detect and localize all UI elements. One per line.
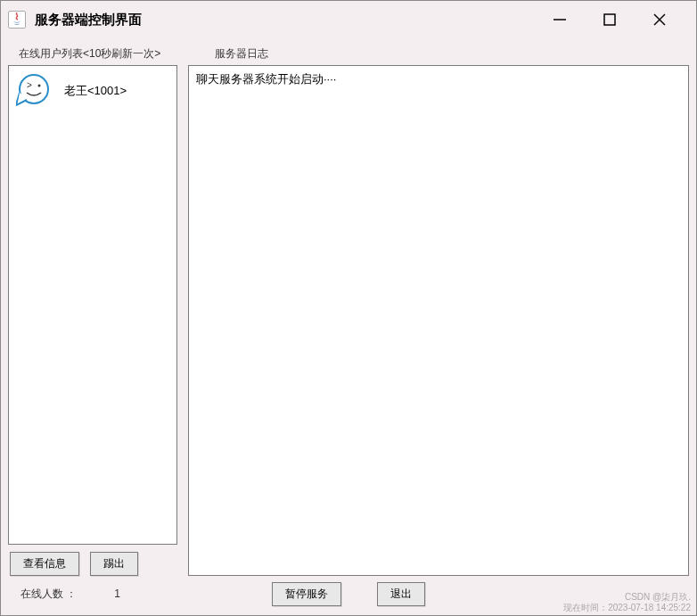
user-name-label: 老王<1001> xyxy=(64,83,127,99)
titlebar: 服务器端控制界面 xyxy=(1,1,696,38)
left-button-row: 查看信息 踢出 xyxy=(8,552,177,576)
kick-button[interactable]: 踢出 xyxy=(90,552,138,576)
section-labels: 在线用户列表<10秒刷新一次> 服务器日志 xyxy=(8,42,689,65)
window-controls xyxy=(548,8,689,31)
svg-rect-1 xyxy=(604,14,615,25)
content-area: 在线用户列表<10秒刷新一次> 服务器日志 > xyxy=(1,38,696,615)
user-list-header: 在线用户列表<10秒刷新一次> xyxy=(8,46,177,62)
left-column: > 老王<1001> 查看信息 踢出 xyxy=(8,65,177,576)
server-log-textarea[interactable]: 聊天服务器系统开始启动···· xyxy=(188,65,689,576)
online-count-value: 1 xyxy=(77,587,120,600)
java-app-icon xyxy=(8,11,26,29)
window-title: 服务器端控制界面 xyxy=(35,12,142,29)
footer-buttons: 暂停服务 退出 xyxy=(272,582,425,606)
main-row: > 老王<1001> 查看信息 踢出 聊天服务器系统开始启动···· xyxy=(8,65,689,576)
online-count-label: 在线人数 ： xyxy=(8,587,77,602)
minimize-button[interactable] xyxy=(548,8,571,31)
log-header: 服务器日志 xyxy=(177,46,268,62)
exit-button[interactable]: 退出 xyxy=(377,582,425,606)
smiley-avatar-icon: > xyxy=(16,73,57,109)
svg-point-6 xyxy=(38,85,41,87)
watermark: CSDN @柒月玖. 现在时间：2023-07-18 14:25:22 xyxy=(563,592,691,613)
app-window: 服务器端控制界面 在线用户列表<10秒刷新一次> 服务器日志 xyxy=(0,0,697,616)
watermark-time: 现在时间：2023-07-18 14:25:22 xyxy=(563,603,691,613)
pause-service-button[interactable]: 暂停服务 xyxy=(272,582,341,606)
view-info-button[interactable]: 查看信息 xyxy=(10,552,79,576)
svg-text:>: > xyxy=(27,80,32,90)
user-list-item[interactable]: > 老王<1001> xyxy=(14,71,171,111)
watermark-author: CSDN @柒月玖. xyxy=(563,592,691,603)
user-list[interactable]: > 老王<1001> xyxy=(8,65,177,545)
maximize-button[interactable] xyxy=(598,8,621,31)
close-button[interactable] xyxy=(648,8,671,31)
log-line: 聊天服务器系统开始启动···· xyxy=(196,72,336,86)
